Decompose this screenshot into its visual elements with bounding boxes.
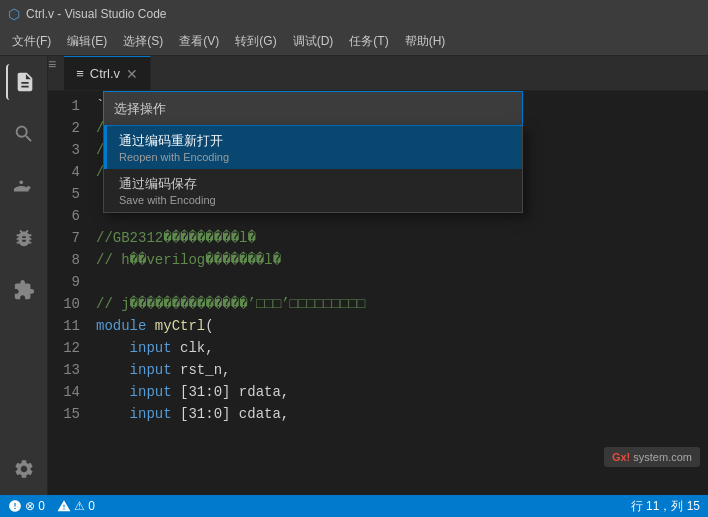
dropdown-item-save[interactable]: 通过编码保存 Save with Encoding	[104, 169, 522, 212]
line-content-7: //GB2312���������l�	[96, 227, 708, 249]
cursor-position: 行 11，列 15	[631, 498, 700, 515]
code-line-13: 13 input rst_n,	[48, 359, 708, 381]
git-icon[interactable]	[6, 168, 42, 204]
dropdown-item-save-main: 通过编码保存	[119, 175, 510, 193]
line-content-11: module myCtrl(	[96, 315, 708, 337]
line-number-15: 15	[48, 403, 96, 425]
settings-icon[interactable]	[6, 451, 42, 487]
debug-icon[interactable]	[6, 220, 42, 256]
line-number-10: 10	[48, 293, 96, 315]
dropdown-menu: 通过编码重新打开 Reopen with Encoding 通过编码保存 Sav…	[103, 126, 523, 213]
dropdown-overlay: 选择操作 通过编码重新打开 Reopen with Encoding 通过编码保…	[103, 91, 523, 213]
warning-icon	[57, 499, 71, 513]
dropdown-item-reopen-sub: Reopen with Encoding	[119, 151, 510, 163]
line-number-8: 8	[48, 249, 96, 271]
tab-ctrl-v[interactable]: ≡ Ctrl.v ✕	[64, 56, 151, 90]
status-warnings: ⚠ 0	[57, 499, 95, 513]
code-line-9: 9	[48, 271, 708, 293]
dropdown-search-bar[interactable]: 选择操作	[103, 91, 523, 126]
tab-close-button[interactable]: ✕	[126, 66, 138, 82]
tab-hamburger-icon: ≡	[48, 56, 56, 90]
line-number-4: 4	[48, 161, 96, 183]
line-number-14: 14	[48, 381, 96, 403]
line-number-5: 5	[48, 183, 96, 205]
menu-goto[interactable]: 转到(G)	[227, 29, 284, 54]
code-line-15: 15 input [31:0] cdata,	[48, 403, 708, 425]
activity-bar	[0, 56, 48, 495]
menu-edit[interactable]: 编辑(E)	[59, 29, 115, 54]
dropdown-item-reopen[interactable]: 通过编码重新打开 Reopen with Encoding	[104, 126, 522, 169]
code-line-14: 14 input [31:0] rdata,	[48, 381, 708, 403]
files-icon[interactable]	[6, 64, 42, 100]
app-icon: ⬡	[8, 6, 20, 22]
dropdown-item-reopen-main: 通过编码重新打开	[119, 132, 510, 150]
line-number-11: 11	[48, 315, 96, 337]
tab-label: Ctrl.v	[90, 66, 120, 81]
line-content-12: input clk,	[96, 337, 708, 359]
menu-file[interactable]: 文件(F)	[4, 29, 59, 54]
menu-task[interactable]: 任务(T)	[341, 29, 396, 54]
line-content-8: // h��verilog�������l�	[96, 249, 708, 271]
search-icon[interactable]	[6, 116, 42, 152]
line-content-9	[96, 271, 708, 293]
watermark-logo: Gx!	[612, 451, 630, 463]
status-errors: ⊗ 0	[8, 499, 45, 513]
editor-area: ≡ ≡ Ctrl.v ✕ 选择操作 通过编码重新打开 Reopen with E…	[48, 56, 708, 495]
error-icon	[8, 499, 22, 513]
title-bar: ⬡ Ctrl.v - Visual Studio Code	[0, 0, 708, 28]
dropdown-placeholder: 选择操作	[114, 100, 512, 118]
line-number-6: 6	[48, 205, 96, 227]
line-number-2: 2	[48, 117, 96, 139]
line-number-9: 9	[48, 271, 96, 293]
watermark-site: system.com	[633, 451, 692, 463]
status-bar: ⊗ 0 ⚠ 0 行 11，列 15	[0, 495, 708, 517]
line-content-10: // j��������������’□□□’□□□□□□□□□	[96, 293, 708, 315]
menu-select[interactable]: 选择(S)	[115, 29, 171, 54]
dropdown-item-save-sub: Save with Encoding	[119, 194, 510, 206]
line-content-15: input [31:0] cdata,	[96, 403, 708, 425]
tab-bar: ≡ ≡ Ctrl.v ✕	[48, 56, 708, 91]
watermark: Gx! system.com	[604, 447, 700, 467]
warning-count: ⚠ 0	[74, 499, 95, 513]
line-content-13: input rst_n,	[96, 359, 708, 381]
window-title: Ctrl.v - Visual Studio Code	[26, 7, 167, 21]
menu-bar: 文件(F) 编辑(E) 选择(S) 查看(V) 转到(G) 调试(D) 任务(T…	[0, 28, 708, 56]
main-layout: ≡ ≡ Ctrl.v ✕ 选择操作 通过编码重新打开 Reopen with E…	[0, 56, 708, 495]
line-number-3: 3	[48, 139, 96, 161]
menu-view[interactable]: 查看(V)	[171, 29, 227, 54]
tab-icon: ≡	[76, 66, 84, 81]
line-number-13: 13	[48, 359, 96, 381]
code-line-8: 8 // h��verilog�������l�	[48, 249, 708, 271]
code-line-11: 11 module myCtrl(	[48, 315, 708, 337]
line-number-12: 12	[48, 337, 96, 359]
code-line-12: 12 input clk,	[48, 337, 708, 359]
status-right: 行 11，列 15	[631, 498, 700, 515]
line-number-7: 7	[48, 227, 96, 249]
code-line-10: 10 // j��������������’□□□’□□□□□□□□□	[48, 293, 708, 315]
line-number-1: 1	[48, 95, 96, 117]
extensions-icon[interactable]	[6, 272, 42, 308]
status-left: ⊗ 0 ⚠ 0	[8, 499, 95, 513]
code-line-7: 7 //GB2312���������l�	[48, 227, 708, 249]
menu-debug[interactable]: 调试(D)	[285, 29, 342, 54]
error-count: ⊗ 0	[25, 499, 45, 513]
line-content-14: input [31:0] rdata,	[96, 381, 708, 403]
menu-help[interactable]: 帮助(H)	[397, 29, 454, 54]
